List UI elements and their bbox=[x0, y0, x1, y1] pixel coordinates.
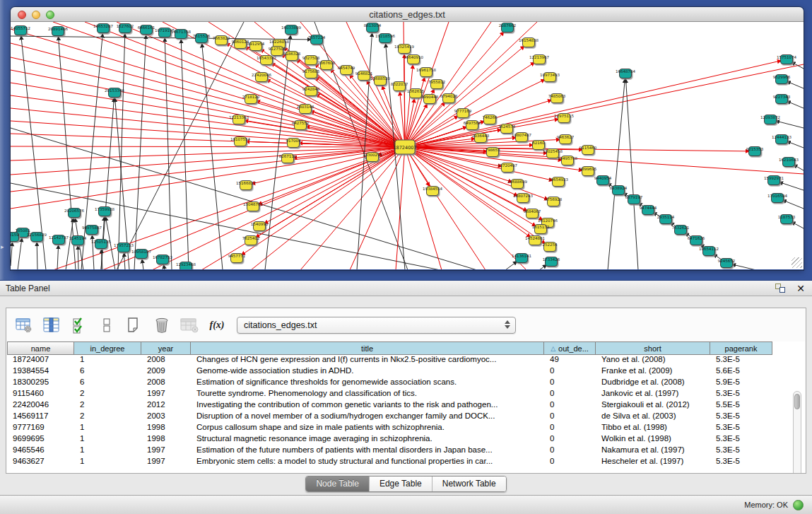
column-header-title[interactable]: title bbox=[191, 341, 544, 355]
table-cell[interactable]: 1997 bbox=[141, 457, 191, 468]
graph-node[interactable]: 9242848 bbox=[302, 87, 320, 96]
graph-node[interactable]: 2803144 bbox=[297, 105, 314, 114]
table-cell[interactable]: Franke et al. (2009) bbox=[596, 366, 710, 378]
panel-collapse-arrow-icon[interactable]: ▸ bbox=[1, 243, 4, 250]
clear-selection-icon[interactable] bbox=[98, 316, 116, 334]
graph-node[interactable]: 1527602 bbox=[117, 24, 134, 33]
graph-node[interactable]: 6497568 bbox=[464, 121, 481, 130]
graph-node[interactable]: 12156829 bbox=[27, 233, 47, 242]
table-cell[interactable]: Yano et al. (2008) bbox=[596, 355, 710, 366]
table-cell[interactable]: 0 bbox=[544, 389, 596, 400]
graph-node[interactable]: 16154838 bbox=[519, 38, 539, 47]
table-cell[interactable]: 18300295 bbox=[7, 378, 74, 389]
graph-node[interactable]: 6471626 bbox=[688, 236, 705, 245]
table-cell[interactable]: Changes of HCN gene expression and I(f) … bbox=[191, 355, 544, 366]
graph-node[interactable]: 12142737 bbox=[49, 235, 69, 245]
graph-node[interactable]: 20206576 bbox=[64, 209, 84, 218]
table-cell[interactable]: 9115460 bbox=[7, 389, 74, 400]
table-cell[interactable]: 2008 bbox=[141, 355, 191, 366]
graph-node[interactable]: 19218596 bbox=[375, 34, 395, 43]
graph-node[interactable]: 8267110 bbox=[279, 154, 297, 163]
column-header-name[interactable]: name bbox=[7, 341, 74, 355]
table-cell[interactable]: 0 bbox=[544, 378, 596, 389]
table-cell[interactable]: 9699695 bbox=[7, 434, 74, 445]
tab-node-table[interactable]: Node Table bbox=[306, 477, 369, 491]
table-cell[interactable]: 2 bbox=[74, 400, 141, 411]
close-traffic-light-icon[interactable] bbox=[18, 11, 26, 19]
graph-node[interactable]: 9245652 bbox=[718, 259, 736, 268]
graph-node[interactable]: 15046768 bbox=[243, 202, 263, 211]
table-cell[interactable]: 0 bbox=[544, 423, 596, 434]
graph-node[interactable]: 2036443 bbox=[472, 134, 490, 143]
graph-node[interactable]: 7663822 bbox=[213, 36, 230, 45]
graph-node[interactable]: 917004 bbox=[286, 139, 301, 148]
graph-node[interactable]: 10688609 bbox=[507, 180, 527, 189]
table-vertical-scrollbar[interactable] bbox=[793, 391, 801, 473]
table-cell[interactable]: 1 bbox=[74, 355, 141, 366]
table-settings-icon[interactable] bbox=[15, 316, 33, 334]
table-cell[interactable]: 5.3E-5 bbox=[710, 423, 772, 434]
graph-node[interactable]: 1733426 bbox=[543, 257, 560, 267]
graph-node[interactable]: 17359928 bbox=[95, 207, 114, 216]
graph-node[interactable]: 12093872 bbox=[760, 115, 780, 124]
table-selector-dropdown[interactable]: citations_edges.txt bbox=[237, 317, 516, 334]
graph-node[interactable]: 9227343 bbox=[773, 95, 791, 104]
table-cell[interactable]: 5.3E-5 bbox=[710, 411, 772, 423]
table-cell[interactable]: 5.3E-5 bbox=[710, 457, 772, 468]
column-header-in-degree[interactable]: in_degree bbox=[74, 341, 141, 355]
graph-node[interactable]: 7955812 bbox=[428, 80, 446, 89]
graph-node[interactable]: 10653287 bbox=[93, 24, 113, 33]
column-header-pagerank[interactable]: pagerank bbox=[710, 341, 772, 355]
table-cell[interactable]: 2008 bbox=[141, 378, 191, 389]
graph-node[interactable]: 7625402 bbox=[242, 236, 260, 245]
table-cell[interactable]: 0 bbox=[544, 411, 596, 423]
graph-node[interactable]: 18724007 bbox=[393, 140, 416, 154]
table-cell[interactable]: 1 bbox=[74, 434, 141, 445]
table-cell[interactable]: Corpus callosum shape and size in male p… bbox=[191, 423, 544, 434]
graph-node[interactable]: 9899695 bbox=[579, 167, 597, 176]
table-cell[interactable]: 2 bbox=[74, 389, 141, 400]
graph-node[interactable]: 18325419 bbox=[394, 45, 414, 54]
graph-node[interactable]: 2867608 bbox=[318, 61, 336, 70]
table-cell[interactable]: Stergiakouli et al. (2012) bbox=[596, 400, 710, 411]
graph-node[interactable]: 7485063 bbox=[548, 94, 566, 103]
select-all-icon[interactable] bbox=[70, 316, 88, 334]
table-row[interactable]: 1456911722003Disruption of a novel membe… bbox=[7, 411, 805, 423]
graph-node[interactable]: 9457771 bbox=[228, 254, 246, 263]
graph-node[interactable]: 16033809 bbox=[281, 25, 301, 35]
graph-node[interactable]: 8912954 bbox=[247, 42, 265, 51]
graph-node[interactable]: 15688520 bbox=[370, 76, 390, 86]
minimize-traffic-light-icon[interactable] bbox=[32, 11, 40, 19]
graph-node[interactable]: 1615132 bbox=[532, 225, 550, 234]
table-cell[interactable]: 1 bbox=[74, 423, 141, 434]
graph-node[interactable]: 2718120 bbox=[242, 95, 260, 104]
graph-node[interactable]: 12505135 bbox=[91, 240, 111, 249]
table-cell[interactable]: Estimation of significance thresholds fo… bbox=[191, 378, 544, 389]
graph-node[interactable]: 6879197 bbox=[625, 195, 643, 204]
table-row[interactable]: 969969511998Structural magnetic resonanc… bbox=[7, 434, 805, 445]
table-row[interactable]: 911546021997Tourette syndrome. Phenomeno… bbox=[7, 389, 805, 400]
graph-node[interactable]: 12213363 bbox=[229, 115, 249, 124]
table-cell[interactable]: Dudbridge et al. (2008) bbox=[596, 378, 710, 389]
graph-node[interactable]: 8215353 bbox=[746, 147, 764, 156]
tab-edge-table[interactable]: Edge Table bbox=[369, 477, 432, 491]
zoom-traffic-light-icon[interactable] bbox=[46, 11, 54, 19]
graph-node[interactable]: 9115460 bbox=[579, 146, 597, 155]
table-cell[interactable]: 2009 bbox=[141, 366, 191, 378]
network-window-titlebar[interactable]: citations_edges.txt bbox=[11, 7, 804, 22]
table-row[interactable]: 1830029562008Estimation of significance … bbox=[7, 378, 805, 389]
graph-node[interactable]: 19384554 bbox=[423, 187, 442, 196]
graph-node[interactable]: 798653 bbox=[486, 148, 500, 157]
graph-node[interactable]: 12213967 bbox=[529, 55, 549, 64]
column-header-short[interactable]: short bbox=[596, 341, 710, 355]
table-cell[interactable]: de Silva et al. (2003) bbox=[596, 411, 710, 423]
graph-node[interactable]: 8427552 bbox=[292, 121, 310, 130]
graph-node[interactable]: 746266 bbox=[483, 115, 498, 124]
graph-node[interactable]: 20153346 bbox=[105, 88, 124, 98]
table-cell[interactable]: 18724007 bbox=[7, 355, 74, 366]
table-cell[interactable]: 2003 bbox=[141, 411, 191, 423]
table-cell[interactable]: Investigating the contribution of common… bbox=[191, 400, 544, 411]
graph-node[interactable]: 14671358 bbox=[171, 30, 191, 39]
table-cell[interactable]: 6 bbox=[74, 378, 141, 389]
graph-node[interactable]: 15720407 bbox=[498, 163, 517, 173]
